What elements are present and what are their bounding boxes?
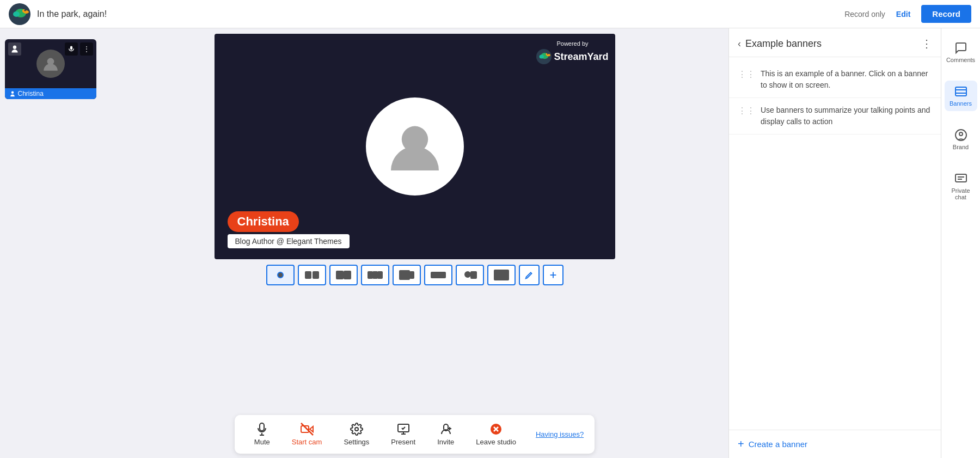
thumb-participant-name: Christina [18,90,44,97]
banner-item[interactable]: ⋮⋮ Use banners to summarize your talking… [729,98,941,135]
center-area: Powered by StreamYard Christina Blog Aut… [101,28,728,458]
person-icon [8,42,21,56]
banner-item[interactable]: ⋮⋮ This is an example of a banner. Click… [729,62,941,98]
name-badge: Christina [228,211,299,232]
svg-rect-17 [336,271,343,279]
preview-container: Powered by StreamYard Christina Blog Aut… [215,34,615,259]
svg-rect-27 [494,270,509,280]
layout-full-button[interactable] [487,265,516,285]
record-button[interactable]: Record [921,5,971,23]
private-chat-icon [954,172,967,185]
layout-selector [266,265,564,285]
leave-studio-button[interactable]: Leave studio [467,419,525,449]
svg-point-11 [547,54,550,56]
layout-single-button[interactable] [266,265,295,285]
svg-point-43 [959,132,963,136]
drag-handle-icon: ⋮⋮ [738,106,755,116]
settings-button[interactable]: Settings [335,419,378,449]
edit-button[interactable]: Edit [892,7,915,22]
layout-three-button[interactable] [361,265,389,285]
layout-two-button[interactable] [298,265,326,285]
svg-rect-39 [955,87,966,96]
logo-icon [9,3,30,25]
svg-point-9 [540,55,544,59]
svg-point-4 [23,10,29,14]
right-panel: ‹ Example banners ⋮ ⋮⋮ This is an exampl… [728,28,941,458]
banner-list: ⋮⋮ This is an example of a banner. Click… [729,57,941,430]
layout-edit-button[interactable] [519,265,540,285]
panel-menu-button[interactable]: ⋮ [921,37,932,50]
svg-rect-15 [305,272,311,278]
svg-rect-21 [378,272,382,278]
svg-point-34 [355,428,358,431]
main-layout: ⋮ Christina Powered by [0,28,980,458]
svg-rect-18 [344,271,351,279]
studio-title: In the park, again! [37,9,107,19]
private-chat-tab-button[interactable]: Private chat [945,168,977,205]
plus-icon: + [738,438,744,450]
start-cam-button[interactable]: Start cam [283,419,331,449]
svg-rect-24 [431,272,445,278]
topbar-right: Record only Edit Record [844,5,971,23]
topbar-left: In the park, again! [9,3,107,25]
layout-two-b-button[interactable] [329,265,358,285]
brand-tab-button[interactable]: Brand [945,124,977,155]
brand-icon [954,129,967,142]
svg-rect-20 [373,272,377,278]
svg-rect-16 [313,272,318,278]
svg-line-33 [301,423,313,435]
svg-point-25 [465,272,470,277]
layout-wide-button[interactable] [424,265,452,285]
layout-add-button[interactable] [543,265,564,285]
mute-button[interactable]: Mute [246,419,279,449]
thumb-more-button[interactable]: ⋮ [80,42,93,56]
bottom-controls: Mute Start cam Settings Present Invite [235,415,595,454]
banners-icon [954,85,967,98]
svg-point-2 [13,11,20,17]
comments-icon [954,41,967,54]
thumb-mic-button[interactable] [65,42,78,56]
banner-text: Use banners to summarize your talking po… [761,105,932,127]
right-panel-header: ‹ Example banners ⋮ [729,28,941,57]
role-badge: Blog Author @ Elegant Themes [228,234,350,248]
having-issues-link[interactable]: Having issues? [536,430,584,438]
svg-rect-23 [410,272,414,278]
banners-tab-button[interactable]: Banners [945,81,977,111]
layout-lower-button[interactable] [456,265,484,285]
far-right-sidebar: Comments Banners Brand Private chat [941,28,980,458]
streamyard-name: StreamYard [554,51,608,63]
drag-handle-icon: ⋮⋮ [738,69,755,80]
back-button[interactable]: ‹ [738,38,741,50]
layout-side-button[interactable] [393,265,421,285]
thumb-controls: ⋮ [65,42,93,56]
svg-rect-26 [471,272,476,278]
topbar: In the park, again! Record only Edit Rec… [0,0,980,28]
svg-point-12 [547,53,548,54]
comments-tab-button[interactable]: Comments [945,37,977,68]
thumb-name-bar: Christina [5,88,96,99]
invite-button[interactable]: Invite [428,419,463,449]
present-button[interactable]: Present [382,419,424,449]
svg-rect-19 [368,272,372,278]
create-banner-button[interactable]: + Create a banner [729,430,941,458]
powered-by-label: Powered by StreamYard [536,40,608,64]
banner-text: This is an example of a banner. Click on… [761,68,932,91]
panel-title: Example banners [745,38,917,50]
svg-rect-22 [400,271,409,279]
left-sidebar: ⋮ Christina [0,28,101,458]
thumb-avatar [36,50,65,78]
participant-thumbnail[interactable]: ⋮ Christina [5,39,96,99]
streamyard-logo: StreamYard [536,49,608,64]
preview-video: Powered by StreamYard Christina Blog Aut… [215,34,615,259]
svg-rect-44 [955,174,966,182]
record-only-label: Record only [844,10,885,19]
svg-point-14 [278,272,283,278]
center-avatar [366,97,464,196]
svg-point-5 [24,9,26,11]
